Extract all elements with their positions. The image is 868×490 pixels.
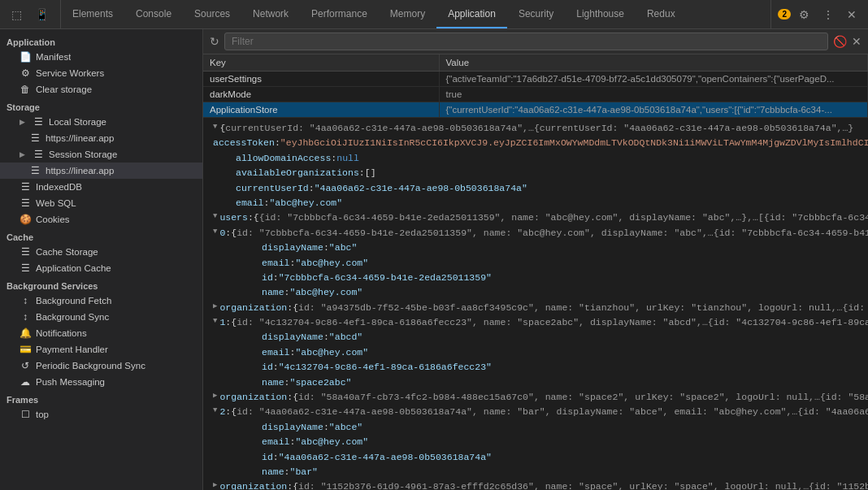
sidebar-item-background-sync[interactable]: ↕ Background Sync (0, 309, 202, 325)
section-header-cache: Cache (0, 228, 202, 244)
tab-memory[interactable]: Memory (379, 0, 436, 28)
json-string-value-blue: "abce" (329, 420, 362, 435)
filter-input[interactable] (224, 33, 828, 50)
table-row[interactable]: darkModetrue (203, 87, 868, 102)
top-bar: ⬚ 📱 Elements Console Sources Network Per… (0, 0, 868, 29)
sidebar-label-indexeddb: IndexedDB (36, 182, 82, 192)
sidebar-label-session-storage-linear: https://linear.app (46, 166, 114, 176)
tab-security[interactable]: Security (507, 0, 565, 28)
json-string-value-blue: "abc@hey.com" (290, 285, 363, 300)
sidebar-item-service-workers[interactable]: ⚙ Service Workers (0, 65, 202, 81)
sidebar-item-web-sql[interactable]: ☰ Web SQL (0, 195, 202, 211)
json-colon: : (225, 315, 231, 330)
json-viewer: ▼ {currentUserId: "4aa06a62-c31e-447a-ae… (203, 118, 868, 490)
json-key: displayName (262, 420, 323, 435)
json-expand-arrow[interactable]: ▶ (213, 479, 217, 490)
json-string-value-blue: "abc@hey.com" (295, 256, 368, 271)
sidebar-label-web-sql: Web SQL (36, 198, 76, 208)
json-expand-arrow[interactable]: ▶ (213, 301, 217, 312)
json-key: name (262, 375, 284, 390)
clear-filter-button[interactable]: 🚫 (833, 35, 847, 48)
settings-button[interactable]: ⚙ (794, 5, 814, 24)
tab-performance[interactable]: Performance (300, 0, 379, 28)
sidebar-label-background-sync: Background Sync (36, 312, 109, 322)
refresh-button[interactable]: ↻ (210, 35, 219, 48)
sidebar-item-notifications[interactable]: 🔔 Notifications (0, 325, 202, 341)
application-cache-icon: ☰ (20, 262, 31, 274)
storage-table: Key Value userSettings{"activeTeamId":"1… (203, 54, 868, 118)
json-key: name (262, 285, 284, 300)
local-storage-icon: ☰ (33, 116, 44, 128)
delete-entry-button[interactable]: ✕ (852, 35, 861, 48)
expand-session-storage-icon[interactable]: ▶ (20, 150, 25, 158)
table-cell-key: darkMode (203, 87, 439, 102)
sidebar-label-periodic-background-sync: Periodic Background Sync (36, 361, 145, 371)
manifest-icon: 📄 (20, 51, 31, 63)
json-line: id: "7cbbbcfa-6c34-4659-b41e-2eda2501135… (203, 271, 868, 285)
json-line: ▶ organization: {id: "58a40a7f-cb73-4fc2… (203, 390, 868, 405)
json-colon: : (323, 330, 329, 345)
json-string-value: "eyJhbGciOiJIUzI1NiIsInR5cCI6IkpXVCJ9.ey… (280, 136, 868, 150)
json-line: ▼ 1: {id: "4c132704-9c86-4ef1-89ca-6186a… (203, 315, 868, 330)
json-expand-arrow[interactable]: ▶ (213, 390, 217, 401)
json-key: currentUserId (236, 181, 309, 196)
table-row[interactable]: userSettings{"activeTeamId":"17a6db27-d5… (203, 72, 868, 87)
json-summary: id: "a94375db-7f52-45be-b03f-aa8cf3495c9… (298, 301, 842, 315)
json-colon: : (309, 181, 315, 196)
sidebar-item-manifest[interactable]: 📄 Manifest (0, 49, 202, 65)
table-row[interactable]: ApplicationStore{"currentUserId":"4aa06a… (203, 102, 868, 118)
sidebar-item-session-storage-linear[interactable]: ☰ https://linear.app (0, 163, 202, 179)
tab-network[interactable]: Network (241, 0, 300, 28)
json-colon: : (359, 166, 365, 180)
sidebar-item-cache-storage[interactable]: ☰ Cache Storage (0, 244, 202, 260)
main-area: Application 📄 Manifest ⚙ Service Workers… (0, 29, 868, 490)
sidebar-item-clear-storage[interactable]: 🗑 Clear storage (0, 81, 202, 98)
json-brace: { (254, 210, 259, 225)
sidebar-label-service-workers: Service Workers (36, 68, 104, 78)
tab-application[interactable]: Application (436, 0, 507, 28)
json-colon: : (290, 345, 296, 360)
sidebar-item-application-cache[interactable]: ☰ Application Cache (0, 260, 202, 276)
close-button[interactable]: ✕ (842, 5, 861, 24)
inspect-element-button[interactable]: ⬚ (7, 5, 27, 24)
json-line: ▼ 2: {id: "4aa06a62-c31e-447a-ae98-0b503… (203, 405, 868, 419)
json-expand-arrow[interactable]: ▼ (213, 405, 217, 416)
json-expand-arrow[interactable]: ▼ (213, 210, 217, 222)
tab-sources[interactable]: Sources (183, 0, 241, 28)
sidebar-label-cookies: Cookies (36, 215, 70, 224)
json-key: email (236, 196, 264, 210)
sidebar-item-local-storage-linear[interactable]: ☰ https://linear.app (0, 130, 202, 146)
sidebar-item-session-storage[interactable]: ▶ ☰ Session Storage (0, 146, 202, 163)
more-button[interactable]: ⋮ (818, 5, 839, 24)
json-plain-value: [] (365, 166, 376, 180)
sidebar-item-push-messaging[interactable]: ☁ Push Messaging (0, 374, 202, 390)
table-cell-value: true (439, 87, 868, 102)
section-header-application: Application (0, 33, 202, 49)
json-colon: : (264, 196, 270, 210)
sidebar-item-cookies[interactable]: 🍪 Cookies (0, 211, 202, 228)
json-string-value-blue: "abc@hey.com" (295, 345, 368, 360)
sidebar-item-background-fetch[interactable]: ↕ Background Fetch (0, 293, 202, 309)
tab-lighthouse[interactable]: Lighthouse (565, 0, 636, 28)
json-expand-arrow[interactable]: ▼ (213, 121, 217, 132)
sidebar-item-top-frame[interactable]: ☐ top (0, 406, 202, 423)
expand-local-storage-icon[interactable]: ▶ (20, 118, 25, 126)
json-index: 1 (219, 315, 225, 330)
json-string-value-blue: "bar" (290, 465, 319, 479)
sidebar-item-payment-handler[interactable]: 💳 Payment Handler (0, 341, 202, 358)
tab-redux[interactable]: Redux (636, 0, 687, 28)
json-expand-arrow[interactable]: ▼ (213, 315, 217, 327)
json-summary: id: "4aa06a62-c31e-447a-ae98-0b503618a74… (237, 405, 797, 419)
json-key: id (262, 271, 273, 285)
sidebar-label-payment-handler: Payment Handler (36, 345, 108, 354)
sidebar-item-periodic-background-sync[interactable]: ↺ Periodic Background Sync (0, 358, 202, 374)
tab-console[interactable]: Console (124, 0, 183, 28)
notifications-icon: 🔔 (20, 327, 31, 339)
sidebar-item-indexeddb[interactable]: ☰ IndexedDB (0, 179, 202, 195)
json-expand-arrow[interactable]: ▼ (213, 226, 217, 237)
tab-elements[interactable]: Elements (61, 0, 124, 28)
sidebar-item-local-storage[interactable]: ▶ ☰ Local Storage (0, 114, 202, 130)
json-colon: : (284, 285, 290, 300)
device-toggle-button[interactable]: 📱 (30, 5, 54, 24)
json-key: displayName (262, 241, 323, 255)
